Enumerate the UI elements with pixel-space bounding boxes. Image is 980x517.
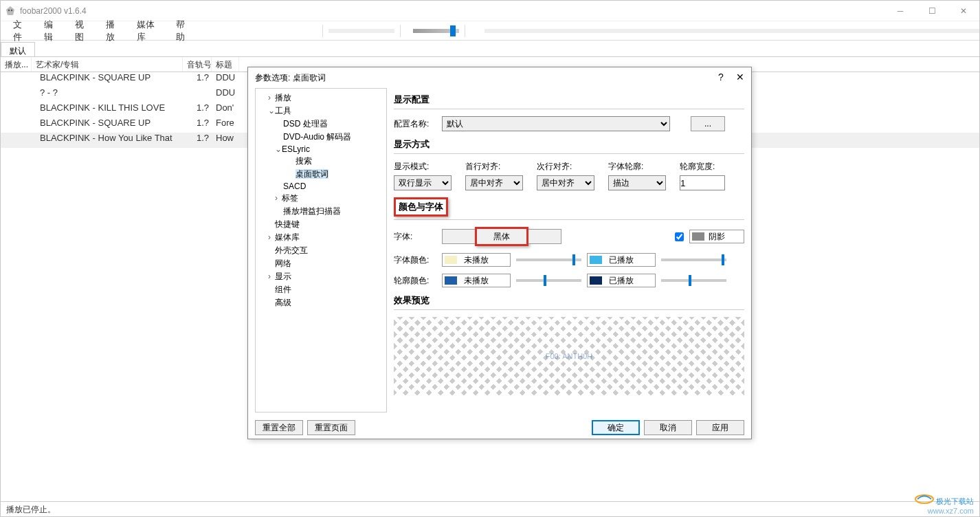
config-name-select[interactable]: 默认: [442, 116, 670, 131]
first-align-select[interactable]: 居中对齐: [465, 175, 523, 190]
tree-dsd[interactable]: DSD 处理器: [258, 118, 383, 131]
col-title[interactable]: 标题: [212, 57, 239, 72]
menu-view[interactable]: 视图: [68, 16, 99, 46]
menu-help[interactable]: 帮助: [169, 16, 200, 46]
cancel-button[interactable]: 取消: [644, 420, 692, 435]
tree-advanced[interactable]: 高级: [258, 296, 383, 309]
tree-playback[interactable]: ›播放: [258, 91, 383, 104]
dialog-title: 参数选项: 桌面歌词: [255, 72, 326, 84]
font-button[interactable]: 黑体: [477, 229, 526, 244]
tree-tag[interactable]: ›标签: [258, 192, 383, 205]
font-color-unplayed-slider[interactable]: [516, 258, 581, 261]
separator: [322, 25, 323, 37]
outline-color-played-button[interactable]: 已播放: [587, 274, 656, 287]
menubar: 文件 编辑 视图 播放 媒体库 帮助: [1, 21, 979, 41]
shadow-checkbox[interactable]: [675, 232, 684, 241]
tree-gain[interactable]: 播放增益扫描器: [258, 205, 383, 218]
dialog-close-button[interactable]: ✕: [732, 69, 748, 85]
label-outline-width: 轮廓宽度:: [680, 161, 725, 173]
section-display-config: 显示配置: [394, 94, 744, 106]
col-artist[interactable]: 艺术家/专辑: [32, 57, 183, 72]
reset-all-button[interactable]: 重置全部: [255, 420, 303, 435]
next-align-select[interactable]: 居中对齐: [537, 175, 594, 190]
preferences-tree[interactable]: ›播放 ⌄工具 DSD 处理器 DVD-Audio 解码器 ⌄ESLyric 搜…: [255, 88, 387, 412]
seekbar-small[interactable]: [328, 29, 394, 33]
highlight-color-font: 颜色与字体: [394, 197, 448, 217]
maximize-button[interactable]: ☐: [916, 1, 948, 21]
tree-display[interactable]: ›显示: [258, 270, 383, 283]
next-icon[interactable]: [285, 25, 299, 36]
reset-page-button[interactable]: 重置页面: [307, 420, 355, 435]
outline-width-input[interactable]: [680, 175, 725, 190]
tree-medialib[interactable]: ›媒体库: [258, 231, 383, 244]
ok-button[interactable]: 确定: [592, 420, 640, 435]
display-mode-select[interactable]: 双行显示: [394, 175, 452, 190]
outline-color-unplayed-button[interactable]: 未播放: [442, 274, 511, 287]
watermark-logo-icon: [915, 494, 934, 505]
font-button-left[interactable]: [442, 229, 475, 244]
apply-button[interactable]: 应用: [696, 420, 744, 435]
tree-component[interactable]: 组件: [258, 283, 383, 296]
shadow-color-button[interactable]: 阴影: [689, 230, 744, 243]
label-font-outline: 字体轮廓:: [608, 161, 666, 173]
tree-tools[interactable]: ⌄工具: [258, 104, 383, 118]
outline-color-played-slider[interactable]: [661, 279, 726, 282]
dialog-buttons: 重置全部 重置页面 确定 取消 应用: [248, 417, 751, 439]
config-more-button[interactable]: ...: [691, 116, 725, 131]
menu-library[interactable]: 媒体库: [130, 16, 169, 46]
menu-file[interactable]: 文件: [6, 16, 37, 46]
label-config-name: 配置名称:: [394, 118, 436, 130]
col-playing[interactable]: 播放...: [1, 57, 32, 72]
label-font-color: 字体颜色:: [394, 254, 436, 266]
preview-area: F00: ANTH0H: [394, 317, 744, 395]
tab-default[interactable]: 默认: [1, 42, 35, 56]
tree-eslyric[interactable]: ⌄ESLyric: [258, 144, 383, 155]
minimize-button[interactable]: ─: [884, 1, 916, 21]
menu-edit[interactable]: 编辑: [37, 16, 68, 46]
watermark: 极光下载站 www.xz7.com: [915, 494, 974, 515]
watermark-line2: www.xz7.com: [928, 507, 974, 515]
font-color-played-button[interactable]: 已播放: [587, 253, 656, 267]
help-button[interactable]: ?: [713, 69, 729, 85]
col-track[interactable]: 音轨号: [183, 57, 212, 72]
label-outline-color: 轮廓颜色:: [394, 275, 436, 287]
tree-shortcut[interactable]: 快捷键: [258, 218, 383, 231]
tree-shell[interactable]: 外壳交互: [258, 244, 383, 257]
tree-desktop-lyric[interactable]: 桌面歌词: [258, 168, 383, 181]
prev-icon[interactable]: [267, 25, 281, 36]
separator: [465, 25, 465, 37]
preferences-page: 显示配置 配置名称: 默认 ... 显示方式 显示模式: 双行显示 首行对齐: …: [394, 88, 744, 412]
section-preview: 效果预览: [394, 294, 744, 307]
statusbar: 播放已停止。: [1, 501, 979, 516]
svg-point-1: [11, 9, 12, 10]
section-display-mode: 显示方式: [394, 138, 744, 151]
seekbar-large[interactable]: [485, 29, 979, 33]
volume-slider[interactable]: [413, 29, 459, 33]
separator: [400, 25, 401, 37]
pause-icon[interactable]: [249, 25, 263, 36]
tree-search[interactable]: 搜索: [258, 155, 383, 168]
label-mode: 显示模式:: [394, 161, 452, 173]
font-button-right[interactable]: [528, 229, 561, 244]
preview-text: F00: ANTH0H: [546, 352, 592, 360]
font-color-unplayed-button[interactable]: 未播放: [442, 253, 511, 267]
stop-icon[interactable]: [214, 25, 227, 36]
random-icon[interactable]: [303, 25, 317, 36]
tree-sacd[interactable]: SACD: [258, 181, 383, 192]
app-logo-icon: [5, 6, 16, 16]
close-button[interactable]: ✕: [948, 1, 979, 21]
label-first-align: 首行对齐:: [465, 161, 523, 173]
svg-point-0: [8, 9, 10, 10]
window-title: foobar2000 v1.6.4: [20, 6, 87, 16]
font-color-played-slider[interactable]: [661, 258, 726, 261]
play-icon[interactable]: [232, 25, 245, 36]
preferences-dialog: 参数选项: 桌面歌词 ? ✕ ›播放 ⌄工具 DSD 处理器 DVD-Audio…: [247, 67, 752, 439]
playback-controls: [214, 25, 317, 36]
watermark-line1: 极光下载站: [936, 497, 974, 505]
tree-network[interactable]: 网络: [258, 257, 383, 270]
highlight-font-button: 黑体: [475, 227, 528, 246]
tree-dvd[interactable]: DVD-Audio 解码器: [258, 131, 383, 144]
menu-playback[interactable]: 播放: [99, 16, 130, 46]
font-outline-select[interactable]: 描边: [608, 175, 666, 190]
outline-color-unplayed-slider[interactable]: [516, 279, 581, 282]
